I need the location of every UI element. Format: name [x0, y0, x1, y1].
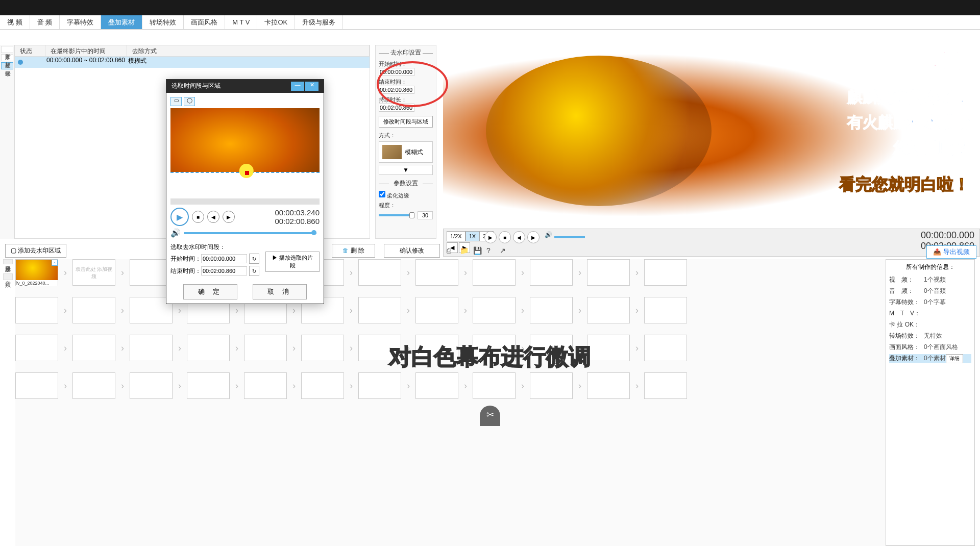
list-row[interactable]: 00:00:00.000 ~ 00:02:00.860 模糊式	[15, 57, 370, 68]
screenshot-icon[interactable]: ⎙	[447, 246, 456, 256]
dialog-play-button[interactable]: ▶	[170, 208, 189, 226]
stop-button[interactable]: ■	[499, 231, 511, 243]
tab-subtitle[interactable]: 字幕特效	[60, 15, 101, 29]
dialog-prev-button[interactable]: ◀	[207, 211, 219, 223]
degree-slider[interactable]	[379, 214, 414, 216]
play-button[interactable]: ▶	[484, 231, 497, 243]
modify-time-region-button[interactable]: 修改时间段与区域	[379, 116, 433, 128]
subtitle-overlay: 对白色幕布进行微调	[389, 342, 591, 372]
pick-end-button[interactable]: ↻	[249, 266, 259, 276]
confirm-modify-button[interactable]: 确认修改	[384, 244, 440, 258]
preview-line-2: 有火麒麟和水麒麟	[847, 112, 970, 133]
help-icon[interactable]: ?	[486, 246, 496, 256]
list-header: 状态 在最终影片中的时间 去除方式	[15, 45, 370, 57]
share-icon[interactable]: ↗	[500, 246, 509, 256]
wm-dur-input[interactable]	[379, 104, 414, 112]
dialog-time-display: 00:00:03.240 00:02:00.860	[275, 208, 320, 226]
rect-select-tool[interactable]: ▭	[170, 97, 182, 106]
dialog-ok-button[interactable]: 确 定	[183, 284, 237, 299]
side-add-sticker[interactable]: 加贴图	[1, 46, 13, 53]
preview-controls: 1/2X 1X 2X ◀ ▶ ▶ ■ ◀ ▶ 🔊 00:00:00.000 00…	[443, 229, 980, 257]
export-video-button[interactable]: 📤 导出视频	[926, 245, 976, 259]
video-preview: 海岛麒麟畅聊 麒麟是龙的孙子， 有火麒麟和水麒麟 您知道吗？ 看完您就明白啦！	[443, 31, 980, 240]
clip-item-1[interactable]: × lv_0_2022040...	[15, 259, 58, 286]
dialog-next-button[interactable]: ▶	[223, 211, 235, 223]
tab-mtv[interactable]: M T V	[225, 15, 257, 29]
select-time-region-dialog: 选取时间段与区域 — ✕ ▭ ◯ ▶ ■ ◀ ▶ 00:00:03.240 00…	[166, 79, 324, 304]
step-back-button[interactable]: ◀	[513, 231, 525, 243]
side-remove-watermark[interactable]: 去水印	[1, 62, 13, 69]
watermark-settings-panel: 去水印设置 开始时间： 结束时间： 持续时长： 修改时间段与区域 方式： 模糊式…	[375, 45, 436, 239]
info-title: 所有制作的信息：	[889, 263, 971, 271]
mode-dropdown[interactable]: ▼	[379, 165, 433, 175]
preview-line-1: 麒麟是龙的孙子，	[847, 87, 970, 108]
production-info-panel: 所有制作的信息： 视 频：1个视频 音 频：0个音频 字幕特效：0个字幕 M T…	[886, 259, 975, 546]
pick-start-button[interactable]: ↻	[249, 254, 259, 264]
volume-icon[interactable]: 🔊	[545, 231, 552, 243]
dialog-volume-slider[interactable]	[184, 232, 316, 234]
wm-start-input[interactable]	[379, 68, 414, 76]
folder-icon[interactable]: 📁	[460, 246, 469, 256]
tab-upgrade[interactable]: 升级与服务	[295, 15, 343, 29]
play-segment-button[interactable]: ▶ 播放选取的片段	[265, 252, 320, 272]
preview-title-text: 海岛麒麟畅聊	[841, 46, 970, 74]
added-clips-label: 已添加片段	[3, 259, 13, 264]
dialog-volume-icon[interactable]: 🔊	[170, 228, 181, 238]
dialog-start-input[interactable]	[201, 254, 247, 263]
dialog-cancel-button[interactable]: 取 消	[253, 284, 307, 299]
degree-value[interactable]	[418, 211, 433, 219]
detail-button[interactable]: 详细	[946, 354, 963, 363]
transition-arrow[interactable]: ›	[61, 259, 69, 286]
dialog-section-label: 选取去水印时间段：	[170, 243, 320, 252]
mode-thumbnail	[382, 145, 402, 159]
save-icon[interactable]: 💾	[473, 246, 482, 256]
params-title: 参数设置	[379, 179, 433, 188]
dialog-title-text: 选取时间段与区域	[172, 82, 220, 91]
audio-label: 音 频	[3, 273, 13, 280]
speed-1x[interactable]: 1X	[465, 231, 479, 241]
preview-line-3: 您知道吗？	[893, 138, 970, 159]
timeline: 已添加片段 音 频 × lv_0_2022040... › 双击此处 添加视频 …	[15, 259, 975, 546]
ellipse-select-tool[interactable]: ◯	[184, 97, 195, 106]
clip-placeholder-add[interactable]: 双击此处 添加视频	[72, 259, 115, 286]
scissors-icon[interactable]: ✂	[480, 406, 500, 426]
tab-overlay[interactable]: 叠加素材	[101, 15, 142, 29]
preview-yellow-text: 看完您就明白啦！	[839, 173, 970, 196]
add-watermark-region-button[interactable]: ▢ 添加去水印区域	[5, 244, 66, 258]
volume-slider[interactable]	[554, 236, 585, 238]
dialog-preview-area[interactable]	[170, 108, 320, 197]
left-sidebar: 加贴图 加相框 去水印	[0, 45, 14, 239]
dialog-end-input[interactable]	[201, 266, 247, 276]
step-fwd-button[interactable]: ▶	[527, 231, 540, 243]
tab-bar: 视 频 音 频 字幕特效 叠加素材 转场特效 画面风格 M T V 卡拉OK 升…	[0, 15, 980, 30]
soft-edge-checkbox[interactable]	[379, 191, 385, 197]
info-row: 视 频：1个视频	[889, 276, 971, 284]
delete-button[interactable]: 🗑删 除	[332, 244, 375, 258]
tab-style[interactable]: 画面风格	[184, 15, 225, 29]
wm-end-input[interactable]	[379, 86, 414, 94]
side-add-frame[interactable]: 加相框	[1, 54, 13, 61]
tab-audio[interactable]: 音 频	[30, 15, 60, 29]
clip-close-icon[interactable]: ×	[52, 260, 58, 266]
dialog-minimize-button[interactable]: —	[291, 82, 304, 91]
speed-half[interactable]: 1/2X	[447, 231, 465, 241]
tab-karaoke[interactable]: 卡拉OK	[257, 15, 295, 29]
wm-title: 去水印设置	[379, 48, 433, 57]
blur-mode-option[interactable]: 模糊式	[379, 141, 433, 163]
region-handle[interactable]	[245, 171, 249, 175]
dialog-scrubber[interactable]	[170, 198, 320, 205]
tab-transition[interactable]: 转场特效	[142, 15, 184, 29]
dialog-close-button[interactable]: ✕	[305, 82, 318, 91]
tab-video[interactable]: 视 频	[0, 15, 30, 29]
dialog-stop-button[interactable]: ■	[192, 211, 204, 223]
